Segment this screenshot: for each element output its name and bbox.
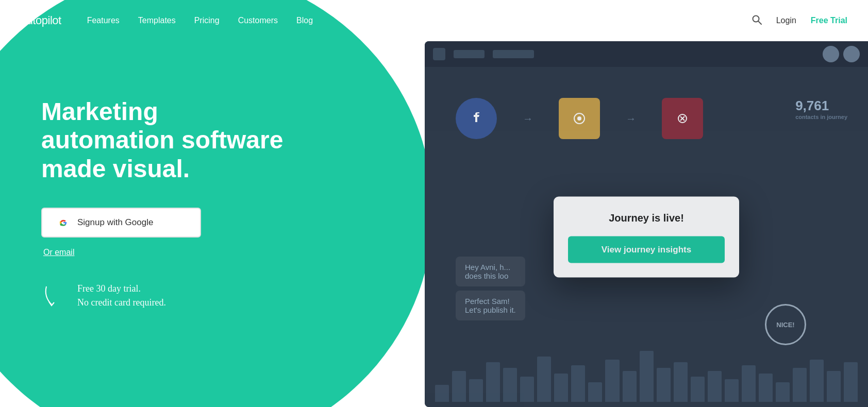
bar-8 xyxy=(554,374,568,402)
nav-pricing[interactable]: Pricing xyxy=(194,16,220,25)
mock-canvas: → → 9,761 contacts in journey Hey Avni, … xyxy=(425,67,868,407)
bar-18 xyxy=(725,379,739,402)
flow-nodes: → → xyxy=(456,98,703,139)
nav-templates[interactable]: Templates xyxy=(138,16,176,25)
peace-sign-icon: NICE! xyxy=(765,304,806,345)
bar-chart xyxy=(425,345,868,407)
mock-avatars xyxy=(823,46,860,62)
bar-22 xyxy=(793,368,807,402)
chat-bubble-1: Hey Avni, h...does this loo xyxy=(456,257,525,286)
or-email-link[interactable]: Or email xyxy=(43,248,330,257)
bar-25 xyxy=(844,362,858,402)
bar-21 xyxy=(776,382,790,402)
flow-arrow-1: → xyxy=(523,113,533,125)
svg-point-4 xyxy=(577,116,581,121)
bar-4 xyxy=(486,362,500,402)
bar-9 xyxy=(571,365,585,402)
bar-5 xyxy=(503,368,517,402)
logo[interactable]: autopilot xyxy=(21,14,61,27)
signup-google-button[interactable]: Signup with Google xyxy=(41,208,201,238)
free-trial-link[interactable]: Free Trial xyxy=(811,16,847,25)
bar-16 xyxy=(691,377,705,402)
nav-blog[interactable]: Blog xyxy=(296,16,313,25)
flow-node-orange xyxy=(559,98,600,139)
bar-13 xyxy=(640,351,654,402)
screenshot-panel: → → 9,761 contacts in journey Hey Avni, … xyxy=(425,41,868,407)
hero-content: Marketing automation software made visua… xyxy=(0,0,330,407)
view-journey-insights-button[interactable]: View journey insights xyxy=(568,236,725,263)
mock-avatar-2 xyxy=(843,46,860,62)
nav-features[interactable]: Features xyxy=(87,16,120,25)
bar-2 xyxy=(452,371,466,402)
bar-24 xyxy=(827,371,841,402)
journey-modal: Journey is live! View journey insights xyxy=(554,197,739,278)
bar-17 xyxy=(708,371,722,402)
flow-node-facebook xyxy=(456,98,497,139)
chat-bubble-2: Perfect Sam!Let's publish it. xyxy=(456,291,525,320)
bar-20 xyxy=(759,374,773,402)
arrow-icon xyxy=(41,284,72,310)
nav-right: Login Free Trial xyxy=(752,14,847,27)
bar-3 xyxy=(469,379,483,402)
logo-text: autopilot xyxy=(21,14,61,27)
flow-arrow-2: → xyxy=(626,113,636,125)
screenshot-inner: → → 9,761 contacts in journey Hey Avni, … xyxy=(425,41,868,407)
bar-23 xyxy=(810,360,824,402)
chat-area: Hey Avni, h...does this loo Perfect Sam!… xyxy=(456,257,525,325)
hero-headline: Marketing automation software made visua… xyxy=(41,97,289,183)
bar-14 xyxy=(657,368,671,402)
mock-avatar-1 xyxy=(823,46,839,62)
nav-customers[interactable]: Customers xyxy=(238,16,278,25)
google-icon xyxy=(57,216,70,229)
mock-contact-count: 9,761 contacts in journey xyxy=(795,98,847,120)
bar-19 xyxy=(742,365,756,402)
bar-12 xyxy=(623,371,637,402)
mock-toolbar xyxy=(425,41,868,67)
nav-links: Features Templates Pricing Customers Blo… xyxy=(87,16,313,25)
login-link[interactable]: Login xyxy=(776,16,796,25)
navbar: autopilot Features Templates Pricing Cus… xyxy=(0,0,868,41)
trial-text: Free 30 day trial. No credit card requir… xyxy=(77,282,166,310)
bar-11 xyxy=(605,360,619,402)
flow-node-red xyxy=(662,98,703,139)
modal-title: Journey is live! xyxy=(568,212,725,224)
svg-line-1 xyxy=(758,21,761,24)
bar-7 xyxy=(537,357,551,402)
signup-google-label: Signup with Google xyxy=(77,217,153,228)
bar-15 xyxy=(674,362,688,402)
bar-10 xyxy=(588,382,602,402)
search-icon[interactable] xyxy=(752,14,762,27)
trial-note: Free 30 day trial. No credit card requir… xyxy=(41,282,330,310)
bar-6 xyxy=(520,377,534,402)
bar-1 xyxy=(435,385,449,402)
